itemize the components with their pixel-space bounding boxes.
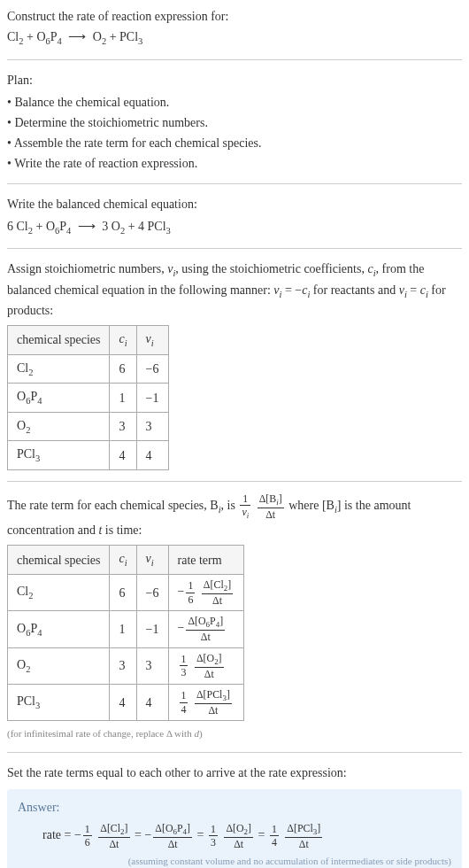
table-row: PCl3 4 4 14 Δ[PCl3]Δt [8, 684, 244, 720]
sp: O [17, 390, 26, 403]
table-row: O2 3 3 13 Δ[O2]Δt [8, 647, 244, 684]
text: (for infinitesimal rate of change, repla… [7, 728, 194, 739]
cell-nui: −6 [136, 574, 168, 610]
fraction: Δ[PCl3]Δt [285, 822, 322, 850]
sp: O [17, 622, 26, 635]
plus: + O [23, 30, 45, 43]
close: ] [317, 822, 320, 834]
term: 3 O [102, 220, 120, 233]
num: 1 [270, 823, 279, 836]
th-nui: νi [136, 326, 168, 355]
text: ) [199, 728, 203, 739]
dt: Δt [195, 704, 232, 717]
sub: 2 [28, 368, 33, 377]
num: Δ[PCl3] [195, 688, 232, 704]
close: ] [248, 822, 251, 834]
num: Δ[Bi] [258, 492, 284, 508]
delta: Δ[O [155, 822, 173, 834]
sub: i [247, 512, 249, 521]
stoich-table: chemical species ci νi Cl2 6 −6 O6P4 1 −… [7, 325, 169, 470]
divider [7, 248, 462, 249]
fraction: Δ[O2]Δt [224, 822, 253, 850]
eq: = [258, 828, 268, 841]
num: 1 [209, 823, 218, 836]
delta: Δ[O [196, 652, 214, 664]
product-o2: O [93, 30, 102, 43]
fraction: 1νi [240, 492, 250, 521]
fraction: 16 [186, 579, 195, 606]
cell-species: Cl2 [8, 574, 110, 610]
cell-ci: 1 [110, 611, 136, 647]
divider [7, 481, 462, 482]
text: = [407, 283, 420, 297]
sign: − [178, 585, 185, 598]
rateterm-table: chemical species ci νi rate term Cl2 6 −… [7, 545, 244, 721]
sp: PCl [17, 694, 35, 708]
text: where [B [288, 499, 334, 512]
sub: 2 [26, 664, 30, 674]
close: ] [227, 578, 231, 591]
term: P [59, 220, 66, 233]
reactant-cl2: Cl [7, 30, 19, 43]
sp: P [30, 622, 37, 635]
num: 1 [180, 653, 188, 666]
rate-text: rate = [42, 828, 74, 841]
arrow-icon: ⟶ [78, 220, 96, 233]
cell-ci: 6 [110, 574, 136, 610]
plan-item: • Write the rate of reaction expression. [7, 154, 462, 173]
dt: Δt [98, 838, 129, 850]
original-equation: Cl2 + O6P4 ⟶ O2 + PCl3 [7, 27, 462, 49]
sub: 3 [166, 225, 171, 235]
rateterm-note: (for infinitesimal rate of change, repla… [7, 726, 462, 741]
cell-species: O6P4 [8, 611, 110, 647]
mid: P [210, 615, 216, 627]
text: = − [281, 283, 302, 297]
cell-rate: −16 Δ[Cl2]Δt [168, 574, 244, 610]
divider [7, 183, 462, 184]
den: νi [240, 506, 250, 521]
sp: Cl [17, 361, 28, 375]
close: ] [227, 688, 230, 701]
cell-nui: 3 [136, 647, 168, 684]
cell-nui: 4 [136, 441, 168, 470]
delta: Δ[PCl [196, 688, 222, 701]
fraction: 16 [83, 823, 92, 849]
sub: 4 [58, 36, 62, 46]
cell-rate: −Δ[O6P4]Δt [168, 611, 244, 647]
sub: i [151, 558, 154, 568]
delta: Δ[O [188, 615, 205, 627]
close: ] [187, 822, 190, 834]
answer-box: Answer: rate = −16 Δ[Cl2]Δt = −Δ[O6P4]Δt… [7, 789, 462, 868]
plan-item: • Determine the stoichiometric numbers. [7, 113, 462, 132]
plan-title: Plan: [7, 71, 462, 89]
cell-rate: 14 Δ[PCl3]Δt [168, 684, 244, 720]
num: 1 [83, 823, 92, 836]
num: Δ[PCl3] [285, 822, 322, 838]
num: Δ[O2] [224, 822, 253, 838]
den: 3 [209, 836, 218, 849]
table-header: chemical species ci νi rate term [8, 546, 244, 575]
num: 1 [240, 492, 250, 506]
fraction: Δ[O6P4]Δt [153, 822, 192, 850]
sp: PCl [17, 447, 35, 461]
sub: 2 [28, 591, 33, 601]
cell-ci: 3 [110, 412, 136, 441]
cell-ci: 1 [110, 384, 136, 413]
num: Δ[Cl2] [98, 822, 129, 838]
den: Δt [258, 508, 284, 521]
fraction: 14 [270, 823, 279, 849]
header-title: Construct the rate of reaction expressio… [7, 7, 462, 26]
cell-species: O2 [8, 647, 110, 684]
delta: Δ[PCl [287, 822, 312, 834]
sub: 3 [35, 701, 40, 710]
cell-nui: 4 [136, 684, 168, 720]
cell-ci: 4 [110, 441, 136, 470]
dt: Δt [285, 838, 322, 850]
sp: O [17, 658, 26, 671]
th-rate: rate term [168, 546, 244, 575]
table-row: O6P4 1 −1 [8, 384, 169, 413]
cell-rate: 13 Δ[O2]Δt [168, 647, 244, 684]
th-species: chemical species [8, 326, 110, 355]
num: Δ[O2] [195, 652, 224, 668]
rateterm-intro: The rate term for each chemical species,… [7, 492, 462, 539]
